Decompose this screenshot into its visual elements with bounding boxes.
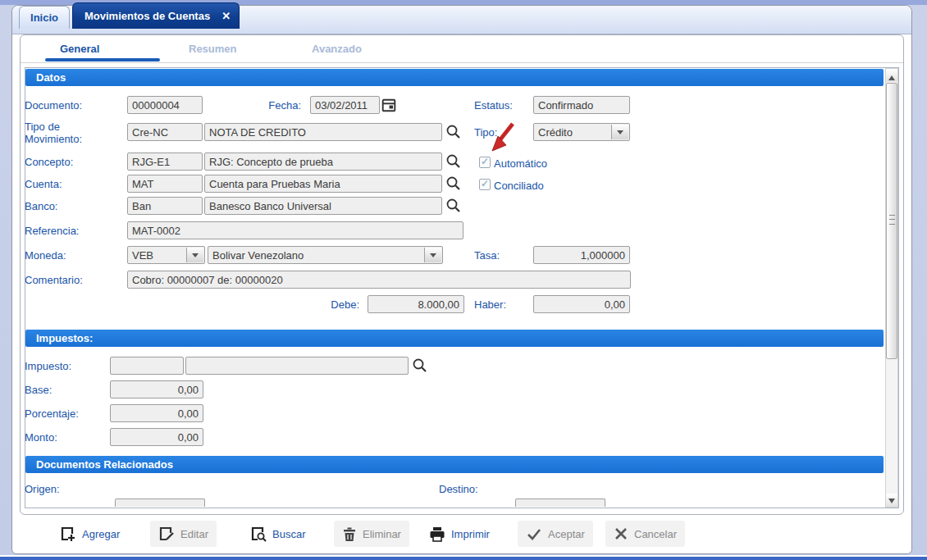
cuenta-code-field[interactable]: MAT xyxy=(127,175,203,193)
buscar-button[interactable]: Buscar xyxy=(242,521,313,547)
trash-icon xyxy=(342,526,357,542)
banco-search-icon[interactable] xyxy=(445,198,462,214)
subtab-bar: General Resumen Avanzado xyxy=(21,36,903,63)
subtab-avanzado[interactable]: Avanzado xyxy=(312,43,362,55)
moneda-code-value: VEB xyxy=(132,249,153,262)
moneda-desc-dropdown-arrow-icon[interactable] xyxy=(424,248,441,262)
search-document-icon xyxy=(250,526,267,542)
imprimir-button[interactable]: Imprimir xyxy=(421,521,498,547)
destino-field-partial[interactable] xyxy=(515,499,605,507)
cuenta-desc-field[interactable]: Cuenta para Pruebas Maria xyxy=(204,175,442,193)
debe-label: Debe: xyxy=(287,298,359,311)
banco-code-field[interactable]: Ban xyxy=(127,197,203,215)
calendar-icon[interactable] xyxy=(381,98,398,114)
check-icon xyxy=(526,526,542,541)
cancelar-button[interactable]: Cancelar xyxy=(605,521,685,547)
tipo-movimiento-label-line1: Tipo de xyxy=(25,121,60,133)
cuenta-label: Cuenta: xyxy=(25,178,62,190)
documento-label: Documento: xyxy=(25,99,82,112)
eliminar-button[interactable]: Eliminar xyxy=(334,521,409,547)
app-root: Inicio Movimientos de Cuentas✕ General R… xyxy=(0,0,927,560)
impuesto-search-icon[interactable] xyxy=(412,357,428,374)
conciliado-checkbox[interactable]: ✓ xyxy=(479,179,491,190)
haber-label: Haber: xyxy=(474,298,506,311)
tab-title: Movimientos de Cuentas xyxy=(84,10,210,22)
scroll-up-button[interactable] xyxy=(886,69,897,82)
scrollbar-thumb[interactable] xyxy=(886,83,897,359)
destino-label: Destino: xyxy=(439,483,478,495)
moneda-code-dropdown[interactable]: VEB xyxy=(127,246,205,264)
base-field[interactable]: 0,00 xyxy=(110,380,203,398)
tipo-movimiento-desc-field[interactable]: NOTA DE CREDITO xyxy=(204,123,442,141)
origen-field-partial[interactable] xyxy=(115,499,205,507)
aceptar-label: Aceptar xyxy=(548,528,585,540)
debe-field[interactable]: 8.000,00 xyxy=(368,295,464,313)
add-document-icon xyxy=(60,526,76,542)
base-label: Base: xyxy=(25,384,52,396)
porcentaje-field[interactable]: 0,00 xyxy=(110,404,203,422)
vertical-scrollbar[interactable] xyxy=(885,68,898,508)
agregar-button[interactable]: Agregar xyxy=(52,521,128,547)
moneda-code-dropdown-arrow-icon[interactable] xyxy=(186,248,203,262)
annotation-arrow xyxy=(487,120,520,159)
referencia-label: Referencia: xyxy=(25,225,79,237)
tab-inicio[interactable]: Inicio xyxy=(19,6,70,29)
tab-movimientos-de-cuentas[interactable]: Movimientos de Cuentas✕ xyxy=(72,2,240,29)
tipo-movimiento-label-line2: Movimiento: xyxy=(25,133,82,145)
tipo-dropdown-value: Crédito xyxy=(538,126,573,139)
impuesto-code-field[interactable] xyxy=(110,357,184,375)
subtab-general[interactable]: General xyxy=(60,43,99,55)
tab-close-icon[interactable]: ✕ xyxy=(221,3,231,30)
tipo-movimiento-search-icon[interactable] xyxy=(445,124,462,140)
scroll-down-button[interactable] xyxy=(886,494,897,507)
active-subtab-underline xyxy=(45,58,160,61)
moneda-desc-dropdown[interactable]: Bolivar Venezolano xyxy=(208,246,443,264)
section-header-impuestos: Impuestos: xyxy=(25,330,884,347)
documento-field[interactable]: 00000004 xyxy=(127,96,203,114)
banco-label: Banco: xyxy=(25,200,57,212)
tipo-dropdown[interactable]: Crédito xyxy=(533,123,630,141)
referencia-field[interactable]: MAT-0002 xyxy=(127,221,464,239)
porcentaje-label: Porcentaje: xyxy=(25,407,79,420)
comentario-field[interactable]: Cobro: 00000007 de: 00000020 xyxy=(127,271,631,289)
monto-label: Monto: xyxy=(25,431,57,444)
conciliado-label: Conciliado xyxy=(494,180,544,192)
bottom-toolbar: Agregar Editar Buscar Eliminar Imprimir … xyxy=(12,517,911,553)
banco-desc-field[interactable]: Banesco Banco Universal xyxy=(204,197,442,215)
tipo-dropdown-arrow-icon[interactable] xyxy=(611,125,628,139)
concepto-desc-field[interactable]: RJG: Concepto de prueba xyxy=(204,153,442,171)
tasa-field[interactable]: 1,000000 xyxy=(533,246,630,264)
cancelar-label: Cancelar xyxy=(634,528,677,540)
editar-button[interactable]: Editar xyxy=(150,521,217,547)
eliminar-label: Eliminar xyxy=(363,528,401,540)
section-header-documentos-relacionados: Documentos Relacionados xyxy=(25,456,884,473)
comentario-label: Comentario: xyxy=(25,274,83,286)
tipo-movimiento-code-field[interactable]: Cre-NC xyxy=(127,123,203,141)
fecha-label: Fecha: xyxy=(246,99,301,112)
moneda-desc-value: Bolivar Venezolano xyxy=(212,249,304,262)
impuesto-desc-field[interactable] xyxy=(185,357,409,375)
aceptar-button[interactable]: Aceptar xyxy=(518,521,593,547)
agregar-label: Agregar xyxy=(82,528,120,540)
tasa-label: Tasa: xyxy=(474,249,500,262)
fecha-field[interactable]: 03/02/2011 xyxy=(310,96,380,114)
origen-label: Origen: xyxy=(25,483,60,495)
edit-document-icon xyxy=(158,526,175,542)
buscar-label: Buscar xyxy=(272,528,305,540)
cuenta-search-icon[interactable] xyxy=(445,175,462,192)
impuesto-label: Impuesto: xyxy=(25,360,71,372)
scrollbar-grip-icon xyxy=(889,215,895,225)
automatico-label: Automático xyxy=(494,157,547,170)
haber-field[interactable]: 0,00 xyxy=(533,295,630,313)
printer-icon xyxy=(429,526,445,542)
estatus-field[interactable]: Confirmado xyxy=(533,96,630,114)
monto-field[interactable]: 0,00 xyxy=(110,428,203,446)
imprimir-label: Imprimir xyxy=(451,528,490,540)
concepto-label: Concepto: xyxy=(25,156,73,168)
moneda-label: Moneda: xyxy=(25,249,66,262)
concepto-search-icon[interactable] xyxy=(445,153,462,170)
x-icon xyxy=(614,526,628,541)
subtab-resumen[interactable]: Resumen xyxy=(189,43,237,55)
concepto-code-field[interactable]: RJG-E1 xyxy=(127,153,203,171)
estatus-label: Estatus: xyxy=(474,99,513,112)
